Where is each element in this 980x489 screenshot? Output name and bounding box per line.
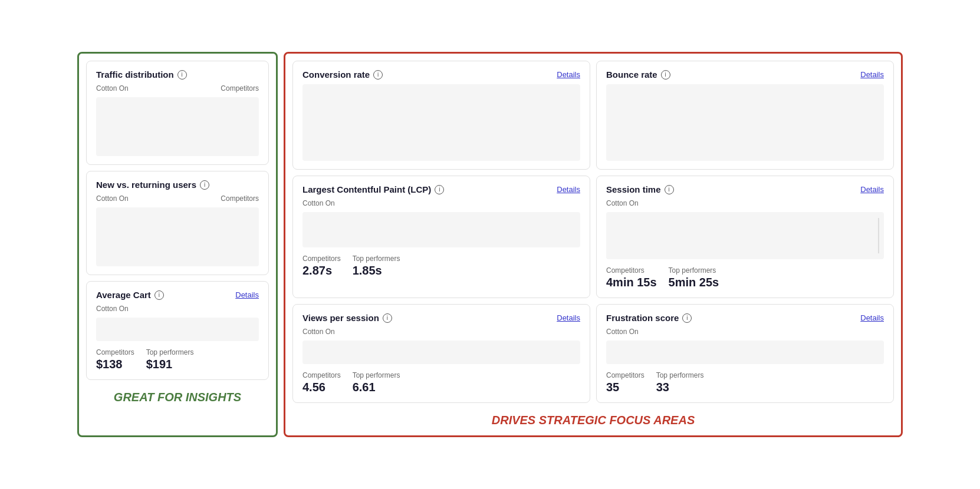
red-section: Conversion rate i Details Bounce rate i … (284, 52, 903, 437)
average-cart-details-link[interactable]: Details (235, 290, 259, 299)
session-competitors-label: Competitors (606, 266, 657, 275)
lcp-competitors-group: Competitors 2.87s (302, 255, 341, 277)
average-cart-competitors-value: $138 (96, 358, 134, 371)
session-cotton-on: Cotton On (606, 199, 884, 207)
average-cart-chart (96, 318, 259, 341)
lcp-cotton-on: Cotton On (302, 199, 580, 207)
card-header: Session time i Details (606, 184, 884, 194)
card-header: Frustration score i Details (606, 313, 884, 323)
dashboard-wrapper: Traffic distribution i Cotton On Competi… (77, 52, 903, 437)
views-per-session-chart (302, 341, 580, 364)
conversion-rate-title: Conversion rate (302, 70, 370, 80)
traffic-sub-header: Cotton On Competitors (96, 84, 259, 92)
average-cart-metrics: Competitors $138 Top performers $191 (96, 348, 259, 371)
views-competitors-value: 4.56 (302, 381, 341, 394)
new-vs-returning-info-icon[interactable]: i (200, 180, 209, 190)
views-per-session-details-link[interactable]: Details (557, 313, 580, 322)
average-cart-title: Average Cart (96, 290, 151, 300)
lcp-competitors-value: 2.87s (302, 264, 341, 277)
session-top-performers-value: 5min 25s (669, 276, 719, 289)
conversion-rate-info-icon[interactable]: i (373, 70, 383, 80)
card-header: Conversion rate i Details (302, 70, 580, 80)
frustration-score-info-icon[interactable]: i (682, 313, 692, 323)
average-cart-card: Average Cart i Details Cotton On Competi… (86, 281, 269, 380)
average-cart-info-icon[interactable]: i (154, 290, 164, 300)
session-top-performers-group: Top performers 5min 25s (669, 266, 719, 289)
frustration-score-chart (606, 341, 884, 364)
session-metrics: Competitors 4min 15s Top performers 5min… (606, 266, 884, 289)
frustration-top-performers-label: Top performers (656, 371, 704, 379)
frustration-competitors-label: Competitors (606, 371, 644, 379)
lcp-chart (302, 212, 580, 247)
session-time-chart (606, 212, 884, 259)
conversion-rate-details-link[interactable]: Details (557, 70, 580, 79)
bounce-rate-info-icon[interactable]: i (661, 70, 670, 80)
red-section-grid: Conversion rate i Details Bounce rate i … (292, 61, 894, 403)
lcp-competitors-label: Competitors (302, 255, 341, 263)
session-competitors-group: Competitors 4min 15s (606, 266, 657, 289)
lcp-card: Largest Contentful Paint (LCP) i Details… (292, 176, 590, 298)
new-vs-returning-sub-header: Cotton On Competitors (96, 194, 259, 203)
average-cart-cotton-on: Cotton On (96, 305, 259, 313)
traffic-distribution-card: Traffic distribution i Cotton On Competi… (86, 61, 269, 165)
session-time-title: Session time (606, 184, 661, 194)
frustration-cotton-on: Cotton On (606, 328, 884, 336)
lcp-title: Largest Contentful Paint (LCP) (302, 184, 431, 194)
card-title-group: Views per session i (302, 313, 392, 323)
frustration-metrics: Competitors 35 Top performers 33 (606, 371, 884, 394)
bounce-rate-title: Bounce rate (606, 70, 657, 80)
lcp-top-performers-label: Top performers (353, 255, 400, 263)
new-vs-competitors-label: Competitors (221, 194, 259, 203)
traffic-competitors-label: Competitors (221, 84, 259, 92)
frustration-competitors-value: 35 (606, 381, 644, 394)
views-per-session-info-icon[interactable]: i (383, 313, 392, 323)
card-title-group: Session time i (606, 184, 674, 194)
average-cart-competitors-label: Competitors (96, 348, 134, 356)
views-metrics: Competitors 4.56 Top performers 6.61 (302, 371, 580, 394)
frustration-score-title: Frustration score (606, 313, 679, 323)
traffic-cotton-on-label: Cotton On (96, 84, 129, 92)
new-vs-returning-card: New vs. returning users i Cotton On Comp… (86, 171, 269, 275)
lcp-metrics: Competitors 2.87s Top performers 1.85s (302, 255, 580, 277)
card-title-group: Frustration score i (606, 313, 692, 323)
conversion-rate-chart (302, 84, 580, 161)
session-top-performers-label: Top performers (669, 266, 719, 275)
card-header: Bounce rate i Details (606, 70, 884, 80)
bounce-rate-card: Bounce rate i Details (596, 61, 894, 170)
bounce-rate-chart (606, 84, 884, 161)
session-time-info-icon[interactable]: i (665, 185, 674, 194)
average-cart-top-performers-label: Top performers (146, 348, 194, 356)
card-header: Largest Contentful Paint (LCP) i Details (302, 184, 580, 194)
traffic-distribution-title: Traffic distribution (96, 70, 174, 80)
traffic-distribution-chart (96, 97, 259, 156)
views-top-performers-label: Top performers (353, 371, 400, 379)
new-vs-returning-title: New vs. returning users (96, 180, 196, 190)
card-header: Traffic distribution i (96, 70, 259, 80)
views-per-session-title: Views per session (302, 313, 379, 323)
views-competitors-label: Competitors (302, 371, 341, 379)
session-time-details-link[interactable]: Details (860, 185, 884, 194)
traffic-distribution-info-icon[interactable]: i (177, 70, 187, 80)
green-section: Traffic distribution i Cotton On Competi… (77, 52, 278, 437)
frustration-top-performers-value: 33 (656, 381, 704, 394)
conversion-rate-card: Conversion rate i Details (292, 61, 590, 170)
card-header: Average Cart i Details (96, 290, 259, 300)
lcp-info-icon[interactable]: i (435, 185, 444, 194)
lcp-top-performers-group: Top performers 1.85s (353, 255, 400, 277)
card-title-group: Bounce rate i (606, 70, 670, 80)
average-cart-top-performers-group: Top performers $191 (146, 348, 194, 371)
lcp-top-performers-value: 1.85s (353, 264, 400, 277)
card-title-group: Largest Contentful Paint (LCP) i (302, 184, 444, 194)
new-vs-returning-chart (96, 207, 259, 266)
views-top-performers-value: 6.61 (353, 381, 400, 394)
lcp-details-link[interactable]: Details (557, 185, 580, 194)
card-title-group: New vs. returning users i (96, 180, 209, 190)
bounce-rate-details-link[interactable]: Details (860, 70, 884, 79)
session-time-card: Session time i Details Cotton On Competi… (596, 176, 894, 298)
frustration-competitors-group: Competitors 35 (606, 371, 644, 394)
frustration-score-details-link[interactable]: Details (860, 313, 884, 322)
card-title-group: Average Cart i (96, 290, 164, 300)
new-vs-cotton-on-label: Cotton On (96, 194, 129, 203)
frustration-top-performers-group: Top performers 33 (656, 371, 704, 394)
frustration-score-card: Frustration score i Details Cotton On Co… (596, 304, 894, 403)
